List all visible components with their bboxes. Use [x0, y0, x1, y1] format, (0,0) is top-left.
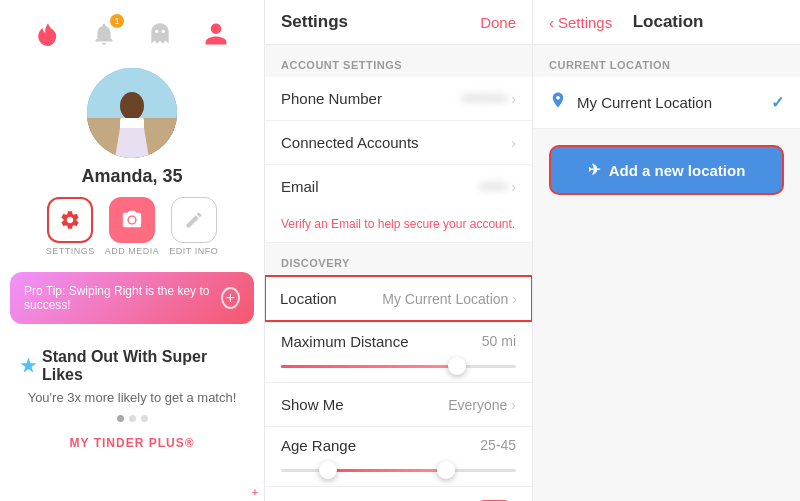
notification-badge: 1	[110, 14, 124, 28]
location-panel: ‹ Settings Location CURRENT LOCATION My …	[533, 0, 800, 501]
discovery-section-header: DISCOVERY	[265, 243, 532, 275]
back-chevron: ‹	[549, 14, 554, 31]
connected-value: ›	[511, 135, 516, 151]
email-verify-text: Verify an Email to help secure your acco…	[281, 217, 515, 231]
email-verify-notice: Verify an Email to help secure your acco…	[265, 208, 532, 243]
profile-icon[interactable]	[200, 18, 232, 50]
settings-title: Settings	[281, 12, 348, 32]
current-location-header: CURRENT LOCATION	[533, 45, 800, 77]
distance-thumb[interactable]	[448, 357, 466, 375]
age-thumb-left[interactable]	[319, 461, 337, 479]
location-row[interactable]: Location My Current Location ›	[265, 275, 532, 322]
account-settings-card: Phone Number •••••••••• › Connected Acco…	[265, 77, 532, 208]
top-nav-icons: 1	[0, 10, 264, 58]
current-location-row[interactable]: My Current Location ✓	[533, 77, 800, 129]
settings-button[interactable]: SETTINGS	[46, 197, 95, 256]
phone-chevron: ›	[511, 91, 516, 107]
phone-blurred: ••••••••••	[462, 91, 508, 106]
connected-label: Connected Accounts	[281, 134, 419, 151]
email-row[interactable]: Email •••••• ›	[265, 165, 532, 208]
svg-point-7	[129, 217, 135, 223]
email-label: Email	[281, 178, 319, 195]
flame-icon[interactable]	[32, 18, 64, 50]
location-header: ‹ Settings Location	[533, 0, 800, 45]
settings-label: SETTINGS	[46, 246, 95, 256]
settings-body: ACCOUNT SETTINGS Phone Number ••••••••••…	[265, 45, 532, 501]
distance-track	[281, 365, 516, 368]
dot-3	[141, 415, 148, 422]
pin-icon	[549, 91, 567, 114]
pro-tip-text: Pro Tip: Swiping Right is the key to suc…	[24, 284, 221, 312]
location-value: My Current Location ›	[382, 291, 517, 307]
location-body: CURRENT LOCATION My Current Location ✓ ✈…	[533, 45, 800, 501]
location-row-left: My Current Location	[549, 91, 712, 114]
distance-row: Maximum Distance 50 mi	[265, 323, 532, 383]
connected-chevron: ›	[511, 135, 516, 151]
profile-name: Amanda, 35	[81, 166, 182, 187]
location-chevron: ›	[512, 291, 517, 307]
superlikes-subtitle: You're 3x more likely to get a match!	[28, 390, 237, 405]
distance-slider[interactable]	[281, 356, 516, 376]
show-me-row[interactable]: Show Me Everyone ›	[265, 383, 532, 427]
svg-marker-6	[115, 128, 149, 158]
svg-point-4	[120, 92, 144, 120]
location-title: Location	[633, 12, 704, 32]
age-slider[interactable]	[281, 460, 516, 480]
age-thumb-right[interactable]	[437, 461, 455, 479]
phone-row[interactable]: Phone Number •••••••••• ›	[265, 77, 532, 121]
age-fill	[328, 469, 446, 472]
phone-label: Phone Number	[281, 90, 382, 107]
add-location-button[interactable]: ✈ Add a new location	[549, 145, 784, 195]
age-track	[281, 469, 516, 472]
dot-1	[117, 415, 124, 422]
ghost-icon[interactable]	[144, 18, 176, 50]
email-blurred: ••••••	[480, 179, 507, 194]
distance-value: 50 mi	[482, 333, 516, 350]
add-media-label: ADD MEDIA	[105, 246, 160, 256]
action-buttons: SETTINGS + ADD MEDIA EDIT INFO	[46, 197, 218, 256]
superlikes-title: ★ Stand Out With Super Likes	[20, 348, 244, 384]
plane-icon: ✈	[588, 161, 601, 179]
tinder-plus-button[interactable]: MY TINDER PLUS®	[70, 436, 195, 450]
star-icon: ★	[20, 355, 36, 377]
connected-accounts-row[interactable]: Connected Accounts ›	[265, 121, 532, 165]
back-button[interactable]: ‹ Settings	[549, 14, 612, 31]
add-location-text: ✈ Add a new location	[588, 161, 746, 179]
show-me-chevron: ›	[511, 397, 516, 413]
age-label: Age Range	[281, 437, 356, 454]
global-row[interactable]: Global	[265, 487, 532, 501]
dots-indicator	[117, 415, 148, 422]
notification-icon[interactable]: 1	[88, 18, 120, 50]
distance-fill	[281, 365, 457, 368]
show-me-label: Show Me	[281, 396, 344, 413]
superlikes-section: ★ Stand Out With Super Likes You're 3x m…	[0, 338, 264, 460]
edit-info-button[interactable]: EDIT INFO	[169, 197, 218, 256]
show-me-value: Everyone ›	[448, 397, 516, 413]
back-label: Settings	[558, 14, 612, 31]
dot-2	[129, 415, 136, 422]
profile-panel: 1 Amanda, 35	[0, 0, 265, 501]
settings-done-button[interactable]: Done	[480, 14, 516, 31]
current-location-name: My Current Location	[577, 94, 712, 111]
distance-label: Maximum Distance	[281, 333, 409, 350]
avatar	[87, 68, 177, 158]
location-check-icon: ✓	[771, 93, 784, 112]
phone-value: •••••••••• ›	[462, 91, 516, 107]
email-value: •••••• ›	[480, 179, 516, 195]
age-range-row: Age Range 25-45	[265, 427, 532, 487]
edit-info-label: EDIT INFO	[169, 246, 218, 256]
pro-tip-banner: Pro Tip: Swiping Right is the key to suc…	[10, 272, 254, 324]
pro-tip-plus-button[interactable]: +	[221, 287, 240, 309]
settings-header: Settings Done	[265, 0, 532, 45]
email-chevron: ›	[511, 179, 516, 195]
settings-panel: Settings Done ACCOUNT SETTINGS Phone Num…	[265, 0, 533, 501]
age-value: 25-45	[480, 437, 516, 454]
location-label: Location	[280, 290, 337, 307]
account-section-header: ACCOUNT SETTINGS	[265, 45, 532, 77]
add-media-button[interactable]: + ADD MEDIA	[105, 197, 160, 256]
